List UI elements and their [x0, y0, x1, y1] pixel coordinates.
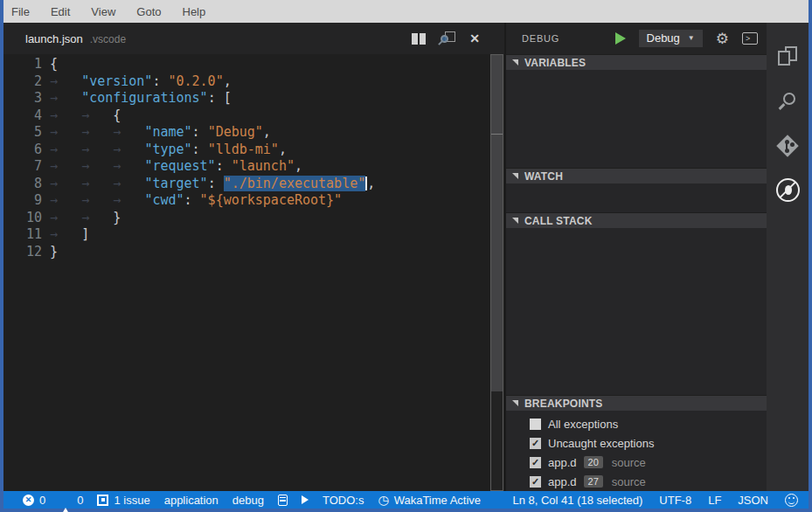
menu-file[interactable]: File [11, 5, 30, 18]
breakpoint-item[interactable]: ✓app.d27source [506, 472, 767, 491]
run-arrow-icon [302, 495, 309, 504]
variables-body [506, 70, 767, 168]
breakpoint-label: Uncaught exceptions [548, 437, 654, 450]
watch-body [506, 183, 767, 212]
breakpoint-item[interactable]: ✓app.d20source [506, 453, 767, 472]
issues-item[interactable]: 1 issue [97, 494, 149, 507]
editor-group: launch.json.vscode ✕ 1{2→ "version": "0.… [3, 23, 504, 491]
files-icon [777, 46, 798, 67]
line-badge: 27 [584, 475, 603, 488]
line-number: 7 [3, 158, 42, 176]
code-line[interactable]: 4→ → { [3, 107, 504, 125]
build-type-selector[interactable]: application [164, 494, 219, 507]
section-watch[interactable]: WATCH [506, 168, 767, 183]
code-line[interactable]: 8→ → → "target": "./bin/executable", [3, 176, 504, 193]
checkbox-checked[interactable]: ✓ [530, 476, 541, 488]
scrollbar-thumb[interactable] [491, 55, 503, 391]
activity-bar [767, 23, 809, 491]
search-tab[interactable] [767, 79, 809, 123]
code-line[interactable]: 9→ → → "cwd": "${workspaceRoot}" [3, 192, 504, 210]
section-variables[interactable]: VARIABLES [506, 54, 767, 70]
code-line[interactable]: 10→ → } [3, 210, 504, 227]
menu-goto[interactable]: Goto [136, 5, 161, 18]
breakpoint-item[interactable]: ✓Uncaught exceptions [506, 433, 767, 453]
code-line[interactable]: 11→ ] [3, 226, 504, 244]
checkbox-checked[interactable]: ✓ [530, 438, 541, 449]
debug-panel-title: DEBUG [522, 33, 559, 44]
line-badge: 20 [584, 456, 603, 468]
gear-icon[interactable]: ⚙ [716, 31, 729, 46]
code-line[interactable]: 3→ "configurations": [ [3, 90, 504, 107]
tab-path-hint: .vscode [90, 33, 126, 45]
code-line[interactable]: 1{ [3, 56, 504, 73]
menu-edit[interactable]: Edit [51, 5, 70, 18]
search-icon [778, 92, 797, 111]
cursor-position[interactable]: Ln 8, Col 41 (18 selected) [512, 494, 642, 507]
checkbox-checked[interactable]: ✓ [530, 457, 541, 468]
line-number: 2 [3, 73, 42, 91]
tab-title: launch.json [25, 32, 83, 45]
status-bar: ✕ 0 ! 0 1 issue application debug TODO:s… [3, 491, 809, 509]
breakpoint-item[interactable]: All exceptions [506, 414, 767, 433]
debug-config-dropdown[interactable]: Debug ▼ [639, 30, 703, 47]
todo-item[interactable]: TODO:s [323, 494, 364, 507]
line-number: 10 [3, 210, 42, 227]
code-editor[interactable]: 1{2→ "version": "0.2.0",3→ "configuratio… [3, 54, 504, 491]
line-number: 4 [3, 107, 42, 125]
twistie-icon [512, 59, 518, 66]
wakatime-item[interactable]: ◷ WakaTime Active [378, 494, 481, 507]
line-number: 8 [3, 176, 42, 193]
debug-icon [776, 178, 800, 202]
explorer-tab[interactable] [767, 34, 809, 79]
source-control-tab[interactable] [767, 123, 809, 168]
code-line[interactable]: 12} [3, 244, 504, 261]
line-number: 6 [3, 142, 42, 159]
language-selector[interactable]: JSON [738, 494, 768, 507]
section-call-stack[interactable]: CALL STACK [506, 212, 767, 228]
tab-launch-json[interactable]: launch.json.vscode [25, 32, 126, 45]
debug-sidebar: DEBUG Debug ▼ ⚙ > VARIABLES WATCH [504, 23, 767, 491]
menu-help[interactable]: Help [183, 5, 206, 18]
debug-panel-header: DEBUG Debug ▼ ⚙ > [506, 23, 767, 54]
smiley-icon [785, 494, 798, 507]
breakpoint-detail: source [612, 475, 646, 488]
line-number: 5 [3, 124, 42, 142]
encoding-selector[interactable]: UTF-8 [659, 494, 691, 507]
debug-console-icon[interactable]: > [742, 32, 758, 45]
editor-scrollbar[interactable] [490, 54, 503, 491]
code-line[interactable]: 7→ → → "request": "launch", [3, 158, 504, 176]
start-debug-button[interactable] [615, 32, 626, 45]
split-editor-icon[interactable] [412, 33, 426, 45]
checkbox-unchecked[interactable] [530, 419, 541, 430]
build-config-selector[interactable]: debug [232, 494, 264, 507]
menu-view[interactable]: View [91, 5, 115, 18]
line-number: 1 [3, 56, 42, 73]
code-line[interactable]: 6→ → → "type": "lldb-mi", [3, 142, 504, 159]
menu-bar: File Edit View Goto Help [3, 0, 809, 23]
code-line[interactable]: 2→ "version": "0.2.0", [3, 73, 504, 91]
debug-config-value: Debug [647, 31, 680, 45]
call-stack-body [506, 228, 767, 395]
scrollbar-marker [491, 134, 503, 135]
code-line[interactable]: 5→ → → "name": "Debug", [3, 124, 504, 142]
debug-tab[interactable] [767, 168, 809, 212]
error-icon: ✕ [23, 495, 34, 506]
run-project-button[interactable] [302, 495, 309, 504]
warning-count[interactable]: ! 0 [59, 494, 83, 507]
line-number: 12 [3, 244, 42, 261]
chevron-down-icon: ▼ [688, 34, 695, 42]
eol-selector[interactable]: LF [708, 494, 721, 507]
open-preview-icon[interactable] [440, 31, 455, 45]
feedback-item[interactable] [785, 494, 798, 507]
breakpoint-label: app.d [548, 456, 577, 469]
section-breakpoints[interactable]: BREAKPOINTS [506, 395, 767, 411]
clock-icon: ◷ [378, 494, 388, 506]
line-number: 9 [3, 192, 42, 210]
error-count[interactable]: ✕ 0 [23, 494, 45, 507]
close-icon[interactable]: ✕ [469, 32, 480, 45]
line-number: 11 [3, 226, 42, 244]
breakpoint-label: All exceptions [548, 418, 618, 431]
twistie-icon [512, 173, 518, 179]
breakpoint-detail: source [612, 456, 646, 469]
project-file-item[interactable] [278, 495, 288, 506]
